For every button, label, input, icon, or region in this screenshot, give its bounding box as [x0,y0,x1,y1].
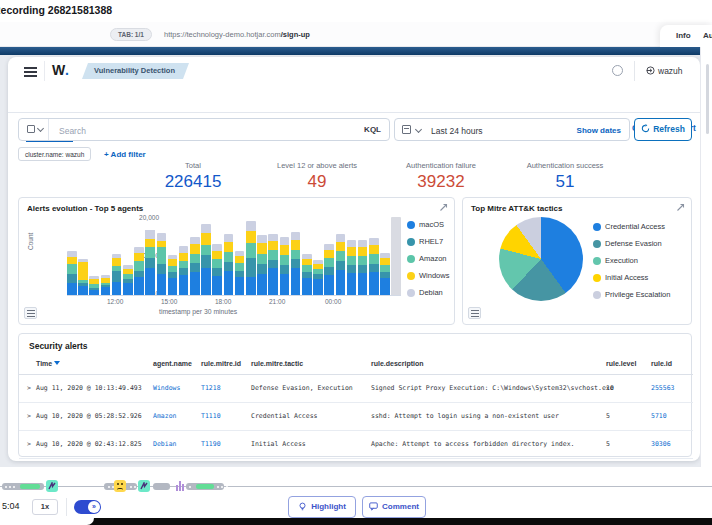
bar[interactable] [246,221,256,295]
tab-auto[interactable]: Au [703,31,712,40]
table-cell[interactable]: T1190 [201,440,221,448]
bar[interactable] [313,260,323,295]
bar[interactable] [78,259,88,295]
legend-item[interactable]: macOS [407,220,455,229]
timeline-highlight-segment[interactable] [196,484,214,489]
legend-item[interactable]: Amazon [407,254,455,263]
bar[interactable] [112,254,122,295]
bar[interactable] [291,232,301,295]
calendar-icon[interactable] [402,125,411,134]
expand-row-icon[interactable]: > [27,440,31,448]
user-menu[interactable]: wazuh [646,66,683,76]
column-header[interactable]: agent.name [153,360,192,367]
bar[interactable] [268,234,278,295]
bar[interactable] [302,254,312,295]
partial-bucket-bar[interactable] [391,217,401,295]
legend-item[interactable]: Debian [407,288,455,297]
column-header[interactable]: rule.mitre.tactic [251,360,303,367]
bar[interactable] [280,237,290,295]
highlight-button[interactable]: Highlight [288,496,356,518]
table-row[interactable]: >Aug 10, 2020 @ 05:28:52.926AmazonT1110C… [19,403,693,431]
pie-chart[interactable] [499,217,583,301]
legend-item[interactable]: Credential Access [593,222,691,231]
table-cell[interactable]: Amazon [153,412,176,420]
scroll-event-icon[interactable] [174,480,186,492]
bar[interactable] [168,255,178,295]
table-row[interactable]: >Aug 10, 2020 @ 02:43:12.825DebianT1190I… [19,431,693,459]
uturn-event-icon[interactable] [138,480,150,492]
table-cell[interactable]: 255563 [651,384,674,392]
table-cell[interactable]: T1218 [201,384,221,392]
filter-pill[interactable]: cluster.name: wazuh [18,147,91,161]
add-filter-link[interactable]: + Add filter [104,150,146,159]
date-picker[interactable]: Last 24 hours Show dates [394,118,630,141]
stat-value[interactable]: 49 [252,172,382,192]
table-cell[interactable]: 5710 [651,412,667,420]
table-cell[interactable]: Windows [153,384,180,392]
rage-click-icon[interactable] [114,480,126,492]
bar[interactable] [212,244,222,295]
bar[interactable] [224,234,234,295]
legend-item[interactable]: Privilege Escalation [593,290,691,299]
column-header[interactable]: rule.mitre.id [201,360,241,367]
expand-icon[interactable] [439,203,448,212]
bar[interactable] [67,251,77,295]
bar[interactable] [134,247,144,295]
expand-row-icon[interactable]: > [27,384,31,392]
menu-icon[interactable] [24,67,37,77]
bar[interactable] [201,224,211,295]
bar[interactable] [358,240,368,295]
table-row[interactable]: >Aug 11, 2020 @ 10:13:49.493WindowsT1218… [19,375,693,403]
playback-speed-button[interactable]: 1x [32,499,58,515]
saved-query-icon[interactable] [19,119,49,140]
uturn-event-icon[interactable] [46,480,58,492]
legend-item[interactable]: RHEL7 [407,237,455,246]
bar[interactable] [336,234,346,295]
bar[interactable] [157,233,167,295]
table-cell[interactable]: 30306 [651,440,671,448]
search-input[interactable]: Search [59,126,86,136]
comment-button[interactable]: Comment [362,496,426,518]
column-header[interactable]: Time [36,360,60,367]
stat-value[interactable]: 39232 [376,172,506,192]
bar[interactable] [257,235,267,295]
expand-icon[interactable] [676,203,685,212]
bar[interactable] [101,275,111,295]
scrollbar[interactable] [706,64,709,134]
column-header[interactable]: rule.id [651,360,672,367]
bar[interactable] [380,253,390,296]
legend-item[interactable]: Execution [593,256,691,265]
date-range-value[interactable]: Last 24 hours [431,126,483,136]
tab-info[interactable]: Info [676,31,691,40]
bar[interactable] [123,265,133,295]
wazuh-logo[interactable]: W. [52,62,69,78]
bar[interactable] [179,246,189,295]
bar[interactable] [145,229,155,295]
timeline-highlight-segment[interactable] [20,484,40,489]
bar[interactable] [324,244,334,295]
refresh-button[interactable]: Refresh [634,118,692,141]
column-header[interactable]: rule.description [371,360,424,367]
bar[interactable] [369,238,379,295]
column-header[interactable]: rule.level [606,360,636,367]
health-status-icon[interactable] [612,65,623,76]
expand-row-icon[interactable]: > [27,412,31,420]
legend-item[interactable]: Initial Access [593,273,691,282]
legend-item[interactable]: Defense Evasion [593,239,691,248]
legend-toggle-icon[interactable] [24,307,37,319]
skip-inactivity-toggle[interactable]: » [74,500,101,514]
kql-toggle[interactable]: KQL [364,125,381,134]
stat-value[interactable]: 226415 [128,172,258,192]
table-cell[interactable]: T1110 [201,412,221,420]
timeline-activity-segment[interactable] [153,483,170,490]
legend-item[interactable]: Windows [407,271,455,280]
stat-value[interactable]: 51 [500,172,630,192]
bar[interactable] [347,240,357,295]
bar[interactable] [89,276,99,295]
table-cell[interactable]: Debian [153,440,176,448]
bar[interactable] [190,237,200,295]
breadcrumb[interactable]: Vulnerability Detection [82,63,189,79]
bar[interactable] [235,251,245,295]
legend-toggle-icon[interactable] [468,307,481,319]
search-bar[interactable]: Search KQL [18,118,390,141]
